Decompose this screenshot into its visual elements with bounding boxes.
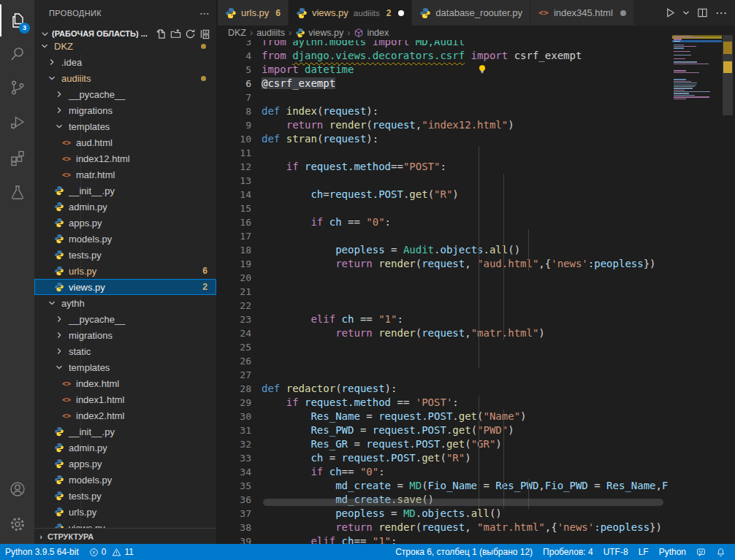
code-line[interactable]: 5import datetime [218, 63, 672, 77]
code-line[interactable]: 32 Res_GR = request.POST.get("GR") [218, 437, 672, 451]
python-interpreter-status[interactable]: Python 3.9.5 64-bit [0, 544, 84, 560]
run-dropdown-chevron-icon[interactable] [681, 5, 691, 21]
more-actions-icon[interactable]: ⋯ [713, 5, 729, 21]
tab-index345-html[interactable]: <> index345.html [530, 0, 634, 26]
tree-item--init-py[interactable]: __init__.py [34, 423, 216, 440]
code-line[interactable]: 7 [218, 91, 672, 104]
cursor-position-status[interactable]: Строка 6, столбец 1 (выбрано 12) [390, 544, 538, 560]
tree-item-index12-html[interactable]: <>index12.html [34, 150, 216, 166]
tree-item--init-py[interactable]: __init__.py [34, 183, 216, 199]
code-line[interactable]: 19 return render(request, "aud.html",{'n… [218, 257, 672, 271]
code-line[interactable]: 28def redactor(request): [218, 382, 672, 396]
tab-database-roouter-py[interactable]: database_roouter.py [412, 0, 530, 26]
code-line[interactable]: 33 ch = request.POST.get("R") [218, 451, 672, 465]
tree-item-views-py[interactable]: views.py [34, 520, 216, 528]
tree-item-static[interactable]: static [34, 343, 216, 359]
run-debug-icon[interactable] [0, 107, 34, 139]
language-mode-status[interactable]: Python [654, 544, 691, 560]
code-line[interactable]: 8def index(request): [218, 104, 672, 118]
tree-item-templates[interactable]: templates [34, 359, 216, 375]
testing-icon[interactable] [0, 177, 34, 209]
problems-status[interactable]: 0 11 [84, 544, 139, 560]
tab-urls-py[interactable]: urls.py 6 [218, 0, 289, 26]
code-line[interactable]: 26 [218, 354, 672, 368]
run-file-icon[interactable] [662, 5, 678, 21]
tree-item-aud-html[interactable]: <>aud.html [34, 134, 216, 150]
code-line[interactable]: 29 if request.method == 'POST': [218, 396, 672, 410]
modified-dot-icon[interactable] [398, 10, 404, 16]
breadcrumb-item[interactable]: audiiits [256, 28, 285, 38]
code-line[interactable]: 4from django.views.decorators.csrf impor… [218, 49, 672, 63]
tree-item-matr-html[interactable]: <>matr.html [34, 166, 216, 183]
code-line[interactable]: 30 Res_Name = request.POST.get("Name") [218, 410, 672, 423]
horizontal-scrollbar-slider[interactable] [263, 499, 663, 506]
tree-item-models-py[interactable]: models.py [34, 472, 216, 488]
tree-item-index-html[interactable]: <>index.html [34, 375, 216, 391]
tree-item-views-py[interactable]: views.py2 [34, 279, 216, 295]
code-line[interactable]: 11 [218, 146, 672, 160]
tree-item-apps-py[interactable]: apps.py [34, 215, 216, 231]
tree-item-admin-py[interactable]: admin.py [34, 440, 216, 456]
code-line[interactable]: 37 peopless = MD.objects.all() [218, 507, 672, 521]
code-line[interactable]: 15 [218, 202, 672, 215]
code-area[interactable]: 3from aythh.models import MD,Audit4from … [218, 35, 672, 544]
lightbulb-icon[interactable] [477, 64, 487, 75]
account-icon[interactable] [0, 473, 34, 505]
breadcrumb-item[interactable]: DKZ [228, 28, 246, 38]
code-line[interactable]: 12 if request.method=="POST": [218, 160, 672, 174]
sidebar-more-icon[interactable]: ⋯ [199, 7, 210, 19]
feedback-icon[interactable] [691, 544, 711, 560]
tree-item-index2-html[interactable]: <>index2.html [34, 407, 216, 423]
code-line[interactable]: 9 return render(request,"index12.html") [218, 118, 672, 132]
code-line[interactable]: 17 [218, 229, 672, 243]
minimap[interactable] [672, 35, 722, 544]
tab-views-py[interactable]: views.py audiiits 2 [289, 0, 412, 26]
code-line[interactable]: 21 [218, 285, 672, 299]
tree-item-audiiits[interactable]: audiiits [34, 70, 216, 86]
tree-item-templates[interactable]: templates [34, 118, 216, 134]
tree-item-dkz[interactable]: DKZ [34, 38, 216, 54]
code-line[interactable]: 35 md_create = MD(Fio_Name = Res_PWD,Fio… [218, 479, 672, 493]
code-line[interactable]: 14 ch=request.POST.get("R") [218, 188, 672, 202]
code-line[interactable]: 20 [218, 271, 672, 285]
extensions-icon[interactable] [0, 142, 34, 174]
code-line[interactable]: 23 elif ch == "1": [218, 312, 672, 326]
tree-item-models-py[interactable]: models.py [34, 231, 216, 247]
vertical-scrollbar[interactable] [722, 26, 734, 544]
settings-gear-icon[interactable] [0, 508, 34, 540]
tree-item-urls-py[interactable]: urls.py6 [34, 263, 216, 279]
code-line[interactable]: 22 [218, 299, 672, 312]
tree-item-tests-py[interactable]: tests.py [34, 488, 216, 504]
tree-item-aythh[interactable]: aythh [34, 295, 216, 311]
notifications-bell-icon[interactable] [711, 544, 731, 560]
code-line[interactable]: 24 return render(request,"matr.html") [218, 326, 672, 340]
outline-section-header[interactable]: › СТРУКТУРА [34, 528, 216, 544]
code-line[interactable]: 38 return render(request, "matr.html",{'… [218, 521, 672, 534]
breadcrumb-item[interactable]: index [367, 28, 389, 38]
tree-item-apps-py[interactable]: apps.py [34, 456, 216, 472]
code-line[interactable]: 27 [218, 368, 672, 382]
code-line[interactable]: 16 if ch == "0": [218, 215, 672, 229]
code-line[interactable]: 13 [218, 174, 672, 188]
tree-item--pycache-[interactable]: __pycache__ [34, 311, 216, 327]
code-line[interactable]: 10def stran(request): [218, 132, 672, 146]
eol-status[interactable]: LF [633, 544, 654, 560]
tree-item-urls-py[interactable]: urls.py [34, 504, 216, 520]
tree-item-migrations[interactable]: migrations [34, 102, 216, 118]
modified-dot-icon[interactable] [620, 10, 626, 16]
tree-item--idea[interactable]: .idea [34, 54, 216, 70]
code-line[interactable]: 31 Res_PWD = request.POST.get("PWD") [218, 423, 672, 437]
explorer-icon[interactable]: 3 [0, 4, 34, 37]
code-line[interactable]: 25 [218, 340, 672, 354]
indentation-status[interactable]: Пробелов: 4 [538, 544, 598, 560]
code-line[interactable]: 34 if ch== "0": [218, 465, 672, 479]
split-editor-icon[interactable] [694, 5, 710, 21]
tree-item-admin-py[interactable]: admin.py [34, 199, 216, 215]
code-line[interactable]: 18 peopless = Audit.objects.all() [218, 243, 672, 257]
tree-item-tests-py[interactable]: tests.py [34, 247, 216, 263]
code-line[interactable]: 39 elif ch== "1": [218, 534, 672, 544]
tree-item-migrations[interactable]: migrations [34, 327, 216, 343]
search-icon[interactable] [0, 38, 34, 70]
breadcrumb-item[interactable]: views.py [308, 28, 343, 38]
code-line[interactable]: 6@csrf_exempt [218, 77, 672, 91]
